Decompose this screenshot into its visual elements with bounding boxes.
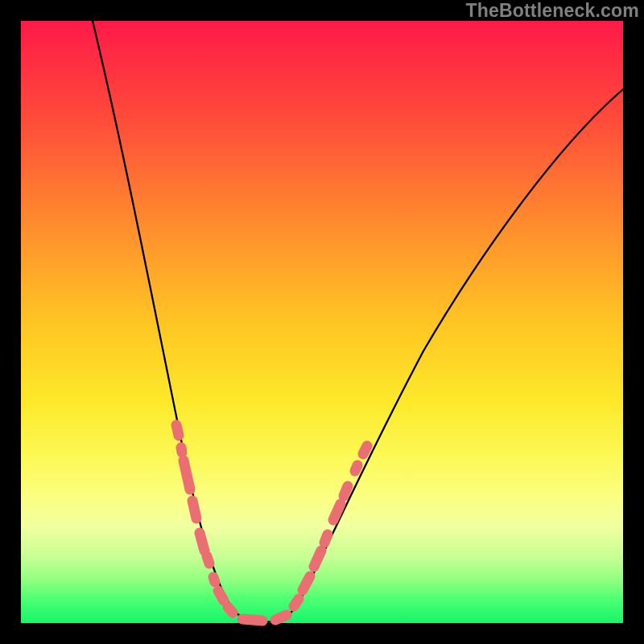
bead-segment [324,535,328,543]
bead-segment [333,504,341,520]
bead-segment [192,501,196,518]
bead-segment [181,448,182,452]
bead-segment [275,615,287,620]
bead-segment [213,577,215,582]
bead-segment [294,599,299,606]
bead-cluster-left [176,425,287,621]
bead-segment [228,607,233,613]
bead-segment [314,551,321,567]
bead-segment [344,486,348,496]
bead-cluster-right [294,446,367,606]
attribution-watermark: TheBottleneck.com [465,0,639,22]
bead-segment [303,576,310,590]
bead-segment [200,533,204,551]
bead-segment [242,619,262,621]
bead-segment [218,591,224,601]
bottleneck-curve [93,21,623,622]
bead-segment [207,556,209,564]
bead-segment [355,465,357,471]
bead-segment [184,460,190,489]
bead-segment [363,446,367,454]
chart-svg [21,21,623,623]
bead-segment [176,425,179,436]
